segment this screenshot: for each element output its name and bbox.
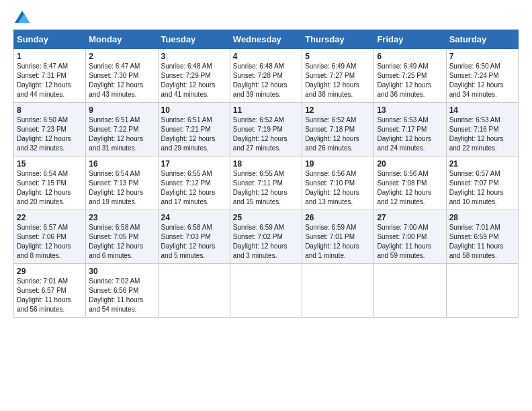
calendar-cell: 12 Sunrise: 6:52 AMSunset: 7:18 PMDaylig… <box>302 103 374 156</box>
day-info: Sunrise: 6:54 AMSunset: 7:15 PMDaylight:… <box>17 170 71 205</box>
day-info: Sunrise: 6:56 AMSunset: 7:08 PMDaylight:… <box>377 170 431 205</box>
calendar-cell: 24 Sunrise: 6:58 AMSunset: 7:03 PMDaylig… <box>158 210 230 264</box>
calendar-cell: 8 Sunrise: 6:50 AMSunset: 7:23 PMDayligh… <box>14 103 86 156</box>
day-number: 6 <box>377 52 443 61</box>
day-number: 27 <box>377 213 443 222</box>
calendar-cell: 22 Sunrise: 6:57 AMSunset: 7:06 PMDaylig… <box>14 210 86 264</box>
day-info: Sunrise: 6:48 AMSunset: 7:28 PMDaylight:… <box>233 62 287 98</box>
calendar-cell: 25 Sunrise: 6:59 AMSunset: 7:02 PMDaylig… <box>230 210 302 264</box>
day-number: 10 <box>161 105 227 115</box>
day-number: 28 <box>449 213 515 222</box>
weekday-header-monday: Monday <box>86 30 158 49</box>
calendar-cell: 6 Sunrise: 6:49 AMSunset: 7:25 PMDayligh… <box>374 49 446 103</box>
calendar-week-5: 29 Sunrise: 7:01 AMSunset: 6:57 PMDaylig… <box>14 264 519 318</box>
day-number: 13 <box>377 105 443 115</box>
calendar-cell: 14 Sunrise: 6:53 AMSunset: 7:16 PMDaylig… <box>446 103 518 156</box>
calendar-week-4: 22 Sunrise: 6:57 AMSunset: 7:06 PMDaylig… <box>14 210 519 264</box>
weekday-header-wednesday: Wednesday <box>230 30 302 49</box>
calendar-cell: 29 Sunrise: 7:01 AMSunset: 6:57 PMDaylig… <box>14 264 86 318</box>
day-info: Sunrise: 6:52 AMSunset: 7:19 PMDaylight:… <box>233 116 287 152</box>
weekday-header-sunday: Sunday <box>14 30 86 49</box>
day-number: 25 <box>233 213 299 222</box>
day-number: 16 <box>89 159 154 169</box>
logo <box>13 11 30 23</box>
day-number: 18 <box>233 159 299 169</box>
calendar-cell <box>230 264 302 318</box>
day-info: Sunrise: 6:58 AMSunset: 7:05 PMDaylight:… <box>89 224 143 259</box>
day-number: 15 <box>17 159 83 169</box>
calendar-cell: 23 Sunrise: 6:58 AMSunset: 7:05 PMDaylig… <box>86 210 158 264</box>
day-info: Sunrise: 6:49 AMSunset: 7:25 PMDaylight:… <box>377 62 431 98</box>
calendar-cell: 16 Sunrise: 6:54 AMSunset: 7:13 PMDaylig… <box>86 156 158 210</box>
calendar-cell: 4 Sunrise: 6:48 AMSunset: 7:28 PMDayligh… <box>230 49 302 103</box>
day-number: 11 <box>233 105 299 115</box>
day-info: Sunrise: 6:54 AMSunset: 7:13 PMDaylight:… <box>89 170 143 205</box>
day-number: 8 <box>17 105 83 115</box>
day-number: 4 <box>233 52 299 61</box>
day-info: Sunrise: 6:53 AMSunset: 7:17 PMDaylight:… <box>377 116 431 152</box>
day-info: Sunrise: 6:51 AMSunset: 7:22 PMDaylight:… <box>89 116 143 152</box>
calendar-cell: 7 Sunrise: 6:50 AMSunset: 7:24 PMDayligh… <box>446 49 518 103</box>
calendar-cell: 5 Sunrise: 6:49 AMSunset: 7:27 PMDayligh… <box>302 49 374 103</box>
header <box>13 11 519 23</box>
calendar-cell: 2 Sunrise: 6:47 AMSunset: 7:30 PMDayligh… <box>86 49 158 103</box>
calendar-cell: 21 Sunrise: 6:57 AMSunset: 7:07 PMDaylig… <box>446 156 518 210</box>
logo-icon <box>15 11 30 23</box>
day-info: Sunrise: 7:02 AMSunset: 6:56 PMDaylight:… <box>89 277 143 313</box>
page: SundayMondayTuesdayWednesdayThursdayFrid… <box>0 0 532 411</box>
calendar-cell: 9 Sunrise: 6:51 AMSunset: 7:22 PMDayligh… <box>86 103 158 156</box>
calendar-cell: 10 Sunrise: 6:51 AMSunset: 7:21 PMDaylig… <box>158 103 230 156</box>
day-number: 26 <box>305 213 371 222</box>
calendar-cell: 17 Sunrise: 6:55 AMSunset: 7:12 PMDaylig… <box>158 156 230 210</box>
day-number: 5 <box>305 52 371 61</box>
day-number: 1 <box>17 52 83 61</box>
day-info: Sunrise: 6:59 AMSunset: 7:02 PMDaylight:… <box>233 224 287 259</box>
calendar-cell: 30 Sunrise: 7:02 AMSunset: 6:56 PMDaylig… <box>86 264 158 318</box>
day-info: Sunrise: 7:01 AMSunset: 6:57 PMDaylight:… <box>17 277 71 313</box>
day-number: 22 <box>17 213 83 222</box>
weekday-header-row: SundayMondayTuesdayWednesdayThursdayFrid… <box>14 30 519 49</box>
calendar-week-2: 8 Sunrise: 6:50 AMSunset: 7:23 PMDayligh… <box>14 103 519 156</box>
calendar-cell <box>302 264 374 318</box>
calendar-week-3: 15 Sunrise: 6:54 AMSunset: 7:15 PMDaylig… <box>14 156 519 210</box>
calendar-cell <box>158 264 230 318</box>
day-number: 19 <box>305 159 371 169</box>
day-info: Sunrise: 6:47 AMSunset: 7:31 PMDaylight:… <box>17 62 71 98</box>
day-info: Sunrise: 6:48 AMSunset: 7:29 PMDaylight:… <box>161 62 216 98</box>
day-number: 20 <box>377 159 443 169</box>
calendar-cell: 13 Sunrise: 6:53 AMSunset: 7:17 PMDaylig… <box>374 103 446 156</box>
calendar-cell: 18 Sunrise: 6:55 AMSunset: 7:11 PMDaylig… <box>230 156 302 210</box>
calendar-cell: 28 Sunrise: 7:01 AMSunset: 6:59 PMDaylig… <box>446 210 518 264</box>
calendar-cell: 1 Sunrise: 6:47 AMSunset: 7:31 PMDayligh… <box>14 49 86 103</box>
day-info: Sunrise: 6:53 AMSunset: 7:16 PMDaylight:… <box>449 116 504 152</box>
day-info: Sunrise: 6:47 AMSunset: 7:30 PMDaylight:… <box>89 62 143 98</box>
calendar-cell: 26 Sunrise: 6:59 AMSunset: 7:01 PMDaylig… <box>302 210 374 264</box>
calendar-cell <box>446 264 518 318</box>
weekday-header-thursday: Thursday <box>302 30 374 49</box>
day-number: 21 <box>449 159 515 169</box>
weekday-header-tuesday: Tuesday <box>158 30 230 49</box>
day-info: Sunrise: 6:59 AMSunset: 7:01 PMDaylight:… <box>305 224 359 259</box>
weekday-header-saturday: Saturday <box>446 30 518 49</box>
day-number: 29 <box>17 267 83 276</box>
day-number: 12 <box>305 105 371 115</box>
day-info: Sunrise: 6:58 AMSunset: 7:03 PMDaylight:… <box>161 224 216 259</box>
calendar-week-1: 1 Sunrise: 6:47 AMSunset: 7:31 PMDayligh… <box>14 49 519 103</box>
day-number: 2 <box>89 52 154 61</box>
calendar-cell: 11 Sunrise: 6:52 AMSunset: 7:19 PMDaylig… <box>230 103 302 156</box>
day-info: Sunrise: 7:00 AMSunset: 7:00 PMDaylight:… <box>377 224 431 259</box>
day-info: Sunrise: 7:01 AMSunset: 6:59 PMDaylight:… <box>449 224 504 259</box>
day-info: Sunrise: 6:57 AMSunset: 7:06 PMDaylight:… <box>17 224 71 259</box>
day-info: Sunrise: 6:50 AMSunset: 7:24 PMDaylight:… <box>449 62 504 98</box>
day-number: 3 <box>161 52 227 61</box>
calendar-cell: 20 Sunrise: 6:56 AMSunset: 7:08 PMDaylig… <box>374 156 446 210</box>
day-info: Sunrise: 6:56 AMSunset: 7:10 PMDaylight:… <box>305 170 359 205</box>
day-info: Sunrise: 6:51 AMSunset: 7:21 PMDaylight:… <box>161 116 216 152</box>
day-number: 17 <box>161 159 227 169</box>
calendar-cell: 27 Sunrise: 7:00 AMSunset: 7:00 PMDaylig… <box>374 210 446 264</box>
calendar-cell: 15 Sunrise: 6:54 AMSunset: 7:15 PMDaylig… <box>14 156 86 210</box>
day-info: Sunrise: 6:55 AMSunset: 7:11 PMDaylight:… <box>233 170 287 205</box>
day-number: 9 <box>89 105 154 115</box>
day-number: 7 <box>449 52 515 61</box>
calendar-cell <box>374 264 446 318</box>
